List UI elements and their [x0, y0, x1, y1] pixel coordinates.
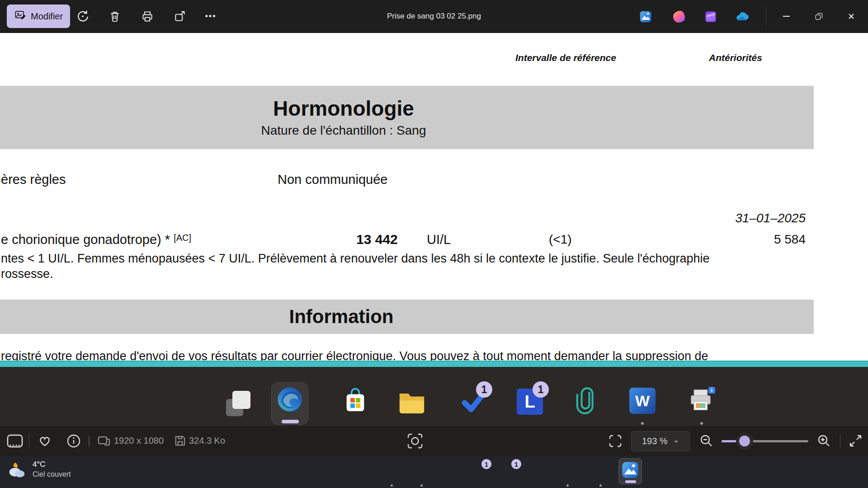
fit-to-window-icon[interactable]: [608, 433, 623, 450]
test-method-tag: [AC]: [174, 233, 191, 243]
restore-button[interactable]: [808, 7, 830, 26]
zoom-level-dropdown[interactable]: 193 % ⌄: [631, 431, 690, 451]
l-app-badge: 1: [511, 459, 521, 469]
reference-interval: (<1): [549, 232, 572, 247]
edit-button[interactable]: Modifier: [7, 5, 70, 28]
screenshot-todo-badge: 1: [476, 381, 492, 398]
result-unit: UI/L: [427, 232, 451, 247]
row-label-regles: ères règles: [1, 172, 66, 187]
row-value-regles: Non communiquée: [278, 172, 387, 187]
screenshot-explorer-icon: [398, 389, 426, 417]
screenshot-l-app-badge: 1: [533, 381, 549, 398]
weather-temperature: 4°C: [33, 460, 71, 469]
screenshot-task-view-icon: [226, 391, 252, 419]
previous-result: 5 584: [750, 232, 806, 247]
toolbar-separator: [89, 436, 90, 447]
photos-icon: [621, 461, 639, 479]
filmstrip-toggle-icon[interactable]: [6, 433, 24, 450]
chevron-down-icon: ⌄: [673, 436, 679, 444]
store-running-dot: [420, 484, 423, 487]
note-line-1: ntes < 1 UI/L. Femmes ménopausées < 7 UI…: [1, 252, 710, 266]
weather-icon: [6, 460, 27, 481]
toolbar-separator: [29, 434, 29, 448]
more-options-icon[interactable]: •••: [202, 8, 219, 25]
screenshot-edge-active-button: [271, 382, 308, 425]
designer-app-icon: [672, 9, 686, 24]
screenshot-edge-icon: [277, 386, 303, 413]
edit-button-label: Modifier: [31, 11, 63, 22]
sample-nature-line: Nature de l'échantillon : Sang: [0, 123, 687, 138]
screenshot-paperclip-icon: [572, 386, 599, 418]
test-label: e chorionique gonadotrope) * [AC]: [1, 232, 191, 247]
minimize-button[interactable]: [775, 7, 797, 26]
screenshot-printer-running-dot: [700, 422, 703, 425]
todo-badge: 1: [481, 459, 491, 469]
photos-app-window: Modifier: [0, 0, 868, 488]
taskbar-photos-active-button[interactable]: [618, 458, 642, 484]
photos-app-icon: [638, 9, 653, 24]
screenshot-word-running-dot: [641, 422, 644, 425]
close-button[interactable]: ✕: [840, 7, 862, 26]
zoom-slider-track[interactable]: [722, 440, 808, 442]
note-line-2: rossesse.: [1, 267, 53, 281]
chrome-running-dot: [599, 484, 602, 487]
column-header-anteriorites: Antériorités: [709, 52, 762, 63]
weather-condition: Ciel couvert: [33, 470, 71, 479]
photos-toolbar: 868 x 488 324.3 Ko 193 % ⌄: [0, 426, 868, 456]
photos-active-indicator: [625, 480, 636, 483]
screenshot-inner-taskbar: hercher: [0, 367, 868, 426]
screenshot-printer-app-icon: i: [687, 386, 716, 417]
image-dimensions-value: 868 x 488: [114, 436, 164, 446]
edge-running-dot: [391, 484, 393, 487]
fullscreen-icon[interactable]: [848, 433, 863, 450]
zoom-level-value: 193 %: [642, 436, 668, 446]
visual-search-icon[interactable]: [406, 432, 424, 452]
svg-text:i: i: [711, 387, 713, 394]
zoom-slider-thumb[interactable]: [739, 436, 750, 446]
clipchamp-app-icon: [703, 9, 718, 24]
section-title-hormonologie: Hormonologie: [0, 96, 687, 121]
info-icon[interactable]: [66, 433, 81, 450]
titlebar-separator: [766, 7, 766, 27]
rotate-icon[interactable]: [74, 8, 91, 25]
onedrive-icon: [735, 9, 750, 24]
anteriority-date: 31–01–2025: [705, 211, 806, 225]
zoom-out-icon[interactable]: [699, 433, 714, 450]
screenshot-word-icon: W: [629, 388, 656, 414]
result-value: 13 442: [356, 232, 410, 247]
titlebar: Modifier: [0, 0, 868, 33]
screenshot-edge-indicator: [282, 420, 299, 423]
section-title-information: Information: [0, 306, 683, 328]
print-icon[interactable]: [139, 8, 156, 25]
image-viewer-canvas[interactable]: Intervalle de référence Antériorités Hor…: [0, 33, 868, 361]
share-icon[interactable]: [171, 8, 189, 25]
windows-taskbar: 4°C Ciel couvert: [0, 456, 868, 488]
weather-widget[interactable]: 4°C Ciel couvert: [6, 460, 71, 481]
favorite-heart-icon[interactable]: [37, 433, 52, 450]
word-running-dot: [566, 484, 569, 487]
screenshot-store-icon: [342, 388, 368, 416]
zoom-in-icon[interactable]: [816, 433, 831, 450]
delete-icon[interactable]: [106, 8, 123, 25]
file-size-value: 324.3 Ko: [189, 436, 225, 446]
image-dimensions-icon: [98, 435, 110, 449]
file-size-icon: [175, 435, 186, 448]
edit-image-icon: [14, 9, 26, 23]
toolbar-separator: [840, 435, 840, 448]
image-teal-divider: [0, 361, 868, 367]
window-title: Prise de sang 03 02 25.png: [298, 12, 570, 21]
column-header-reference: Intervalle de référence: [515, 52, 616, 63]
